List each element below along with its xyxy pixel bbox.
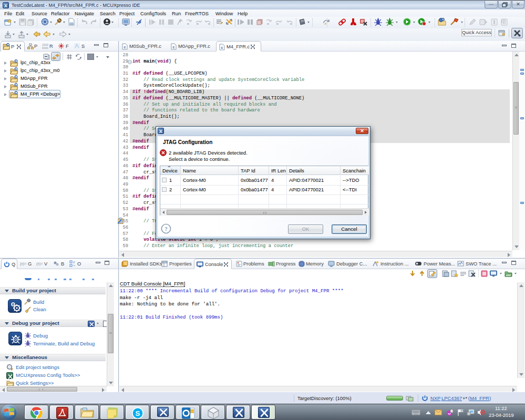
svg-text:?: ? [165,226,168,232]
svg-text:S: S [135,409,140,417]
svg-text:C: C [15,91,17,94]
svg-text:C: C [7,43,9,46]
svg-text:C: C [15,83,17,86]
svg-text:c: c [221,46,223,49]
svg-text:C: C [15,67,17,70]
svg-text:c: c [173,45,175,49]
svg-text:c: c [124,45,126,49]
svg-text:010: 010 [69,23,74,25]
svg-text:0101: 0101 [42,47,48,49]
svg-text:C: C [15,59,17,63]
svg-text:C: C [15,75,17,78]
